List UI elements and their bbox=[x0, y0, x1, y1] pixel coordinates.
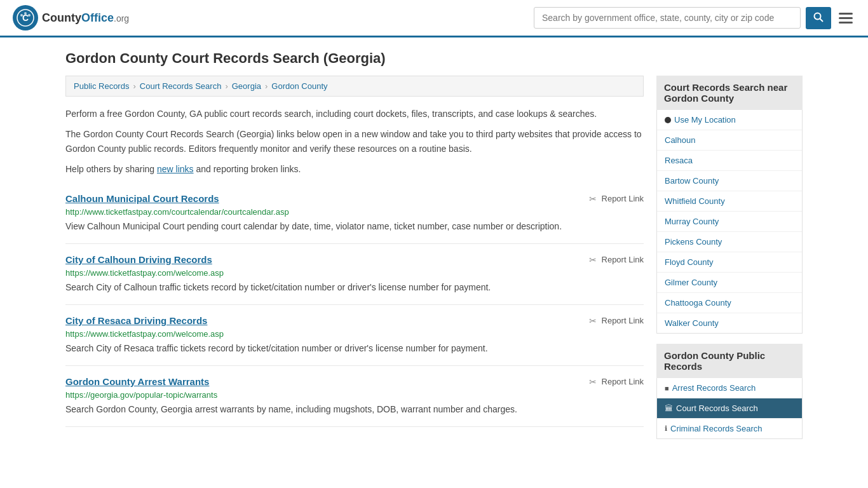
sidebar-nearby-bartow[interactable]: Bartow County bbox=[657, 171, 802, 191]
sidebar-nearby-calhoun[interactable]: Calhoun bbox=[657, 130, 802, 151]
record-item: Gordon County Arrest Warrants ✂ Report L… bbox=[65, 366, 644, 427]
criminal-records-icon: ℹ bbox=[665, 424, 667, 433]
record-desc-0: View Calhoun Municipal Court pending cou… bbox=[65, 220, 644, 233]
use-my-location-link[interactable]: Use My Location bbox=[674, 115, 736, 125]
sidebar-nearby-gilmer[interactable]: Gilmer County bbox=[657, 273, 802, 293]
record-url-3[interactable]: https://georgia.gov/popular-topic/warran… bbox=[65, 390, 644, 400]
record-url-0[interactable]: http://www.ticketfastpay.com/courtcalend… bbox=[65, 207, 644, 217]
record-title-0[interactable]: Calhoun Municipal Court Records bbox=[65, 193, 219, 204]
breadcrumb-sep-2: › bbox=[225, 81, 227, 91]
record-title-2[interactable]: City of Resaca Driving Records bbox=[65, 315, 207, 326]
svg-point-3 bbox=[28, 14, 31, 17]
record-header: City of Calhoun Driving Records ✂ Report… bbox=[65, 254, 644, 266]
svg-point-5 bbox=[815, 13, 821, 19]
sidebar-section2-title: Gordon County Public Records bbox=[656, 344, 803, 378]
report-link-3[interactable]: ✂ Report Link bbox=[587, 376, 644, 388]
sidebar-nearby-whitfield[interactable]: Whitfield County bbox=[657, 191, 802, 212]
sidebar-criminal-records[interactable]: ℹ Criminal Records Search bbox=[657, 419, 802, 438]
report-link-1[interactable]: ✂ Report Link bbox=[587, 254, 644, 266]
logo-area: C CountyOffice.org bbox=[13, 5, 129, 30]
sidebar-nearby-floyd[interactable]: Floyd County bbox=[657, 252, 802, 273]
logo-text: CountyOffice.org bbox=[42, 11, 129, 25]
description-para1: Perform a free Gordon County, GA public … bbox=[65, 107, 644, 121]
description-para2: The Gordon County Court Records Search (… bbox=[65, 127, 644, 156]
breadcrumb-sep-1: › bbox=[133, 81, 135, 91]
breadcrumb-public-records[interactable]: Public Records bbox=[74, 81, 129, 91]
new-links-link[interactable]: new links bbox=[157, 164, 194, 174]
record-desc-1: Search City of Calhoun traffic tickets r… bbox=[65, 281, 644, 294]
sidebar-nearby-murray[interactable]: Murray County bbox=[657, 212, 802, 232]
report-icon-0: ✂ bbox=[587, 193, 599, 205]
report-icon-2: ✂ bbox=[587, 315, 599, 327]
record-item: City of Resaca Driving Records ✂ Report … bbox=[65, 305, 644, 366]
sidebar-nearby-items: Use My Location Calhoun Resaca Bartow Co… bbox=[656, 110, 803, 334]
record-desc-2: Search City of Resaca traffic tickets re… bbox=[65, 342, 644, 355]
record-title-1[interactable]: City of Calhoun Driving Records bbox=[65, 254, 212, 265]
record-item: City of Calhoun Driving Records ✂ Report… bbox=[65, 244, 644, 305]
sidebar-section-nearby: Court Records Search near Gordon County … bbox=[656, 76, 803, 334]
breadcrumb: Public Records › Court Records Search › … bbox=[65, 76, 644, 97]
sidebar-section1-title: Court Records Search near Gordon County bbox=[656, 76, 803, 110]
court-records-icon: 🏛 bbox=[665, 403, 673, 413]
sidebar-nearby-resaca[interactable]: Resaca bbox=[657, 151, 802, 171]
record-desc-3: Search Gordon County, Georgia arrest war… bbox=[65, 403, 644, 416]
svg-point-2 bbox=[20, 14, 23, 17]
arrest-records-icon: ■ bbox=[665, 384, 669, 392]
desc-para3-prefix: Help others by sharing bbox=[65, 164, 157, 174]
page-container: Gordon County Court Records Search (Geor… bbox=[53, 37, 815, 449]
record-title-3[interactable]: Gordon County Arrest Warrants bbox=[65, 376, 209, 387]
logo-icon: C bbox=[13, 5, 38, 30]
desc-para3-suffix: and reporting broken links. bbox=[194, 164, 301, 174]
search-input[interactable] bbox=[534, 7, 801, 29]
breadcrumb-georgia[interactable]: Georgia bbox=[232, 81, 261, 91]
report-icon-1: ✂ bbox=[587, 254, 599, 266]
sidebar-use-location[interactable]: Use My Location bbox=[657, 110, 802, 130]
record-header: City of Resaca Driving Records ✂ Report … bbox=[65, 315, 644, 327]
breadcrumb-gordon-county[interactable]: Gordon County bbox=[271, 81, 327, 91]
search-area bbox=[534, 7, 855, 29]
page-title: Gordon County Court Records Search (Geor… bbox=[65, 50, 803, 67]
svg-point-4 bbox=[24, 12, 27, 15]
location-dot-icon bbox=[665, 117, 671, 123]
main-layout: Public Records › Court Records Search › … bbox=[65, 76, 803, 449]
sidebar-nearby-walker[interactable]: Walker County bbox=[657, 313, 802, 333]
search-button[interactable] bbox=[806, 7, 831, 29]
sidebar-section-public-records: Gordon County Public Records ■ Arrest Re… bbox=[656, 344, 803, 439]
sidebar-court-records[interactable]: 🏛 Court Records Search bbox=[657, 398, 802, 419]
menu-button[interactable] bbox=[836, 10, 855, 26]
sidebar-public-records-items: ■ Arrest Records Search 🏛 Court Records … bbox=[656, 378, 803, 439]
header: C CountyOffice.org bbox=[0, 0, 868, 37]
svg-line-6 bbox=[820, 18, 824, 22]
report-link-0[interactable]: ✂ Report Link bbox=[587, 193, 644, 205]
main-content: Public Records › Court Records Search › … bbox=[65, 76, 644, 449]
breadcrumb-court-records-search[interactable]: Court Records Search bbox=[140, 81, 222, 91]
sidebar-nearby-chattooga[interactable]: Chattooga County bbox=[657, 293, 802, 313]
record-header: Calhoun Municipal Court Records ✂ Report… bbox=[65, 193, 644, 205]
record-url-2[interactable]: https://www.ticketfastpay.com/welcome.as… bbox=[65, 329, 644, 339]
description-para3: Help others by sharing new links and rep… bbox=[65, 162, 644, 176]
breadcrumb-sep-3: › bbox=[265, 81, 268, 91]
search-icon bbox=[813, 12, 824, 22]
report-icon-3: ✂ bbox=[587, 376, 599, 388]
report-link-2[interactable]: ✂ Report Link bbox=[587, 315, 644, 327]
sidebar: Court Records Search near Gordon County … bbox=[656, 76, 803, 449]
sidebar-arrest-records[interactable]: ■ Arrest Records Search bbox=[657, 378, 802, 398]
record-item: Calhoun Municipal Court Records ✂ Report… bbox=[65, 183, 644, 244]
records-list: Calhoun Municipal Court Records ✂ Report… bbox=[65, 183, 644, 427]
sidebar-nearby-pickens[interactable]: Pickens County bbox=[657, 232, 802, 252]
record-url-1[interactable]: https://www.ticketfastpay.com/welcome.as… bbox=[65, 268, 644, 278]
record-header: Gordon County Arrest Warrants ✂ Report L… bbox=[65, 376, 644, 388]
